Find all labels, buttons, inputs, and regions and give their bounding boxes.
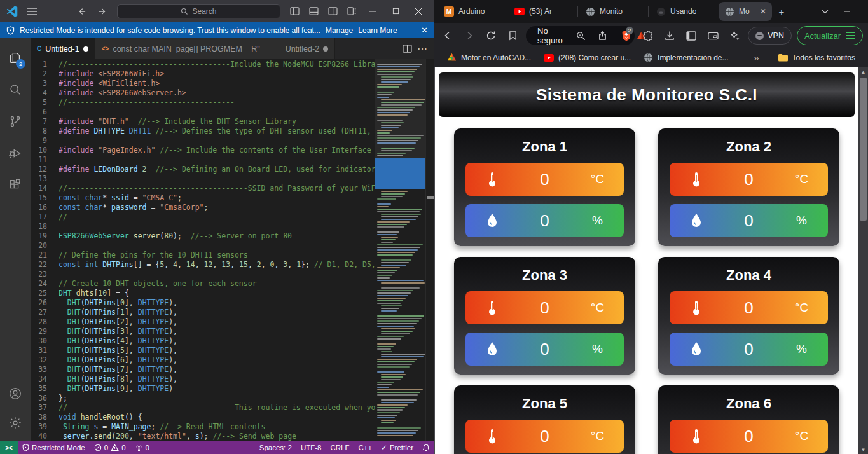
scroll-up-icon[interactable]: ▲ — [858, 67, 868, 76]
update-browser-button[interactable]: Actualizar — [797, 26, 863, 45]
toggle-sidebar-right-icon[interactable] — [325, 4, 340, 19]
extensions-icon[interactable] — [0, 170, 31, 200]
code-line[interactable]: 28 DHT(DHTPins[2], DHTTYPE), — [31, 317, 375, 327]
browser-forward-icon[interactable] — [461, 27, 478, 44]
code-line[interactable]: 31 DHT(DHTPins[5], DHTTYPE), — [31, 346, 375, 355]
tab-untitled-1[interactable]: C Untitled-1 — [31, 38, 95, 59]
code-line[interactable]: 9 — [31, 136, 375, 146]
leo-ai-sparkle-icon[interactable] — [726, 27, 743, 44]
bookmarks-overflow-chevron[interactable]: » — [754, 52, 759, 63]
bookmark-item-1[interactable]: Motor en AutoCAD... — [442, 50, 536, 65]
tab-close-icon[interactable]: ✕ — [760, 7, 766, 16]
remote-indicator[interactable]: >< — [0, 441, 18, 454]
share-icon[interactable] — [595, 27, 611, 44]
source-control-icon[interactable] — [0, 107, 31, 136]
minimap[interactable] — [375, 59, 425, 441]
new-tab-button[interactable]: + — [773, 3, 790, 20]
reload-icon[interactable] — [483, 27, 499, 44]
code-line[interactable]: 11 — [31, 155, 375, 165]
code-line[interactable]: 4#include <ESP8266WebServer.h> — [31, 88, 375, 98]
sidebar-panel-icon[interactable] — [683, 27, 699, 44]
code-line[interactable]: 22const int DHTPins[] = {5, 4, 14, 12, 1… — [31, 260, 375, 270]
unsaved-dot-icon[interactable] — [83, 46, 88, 52]
unsaved-dot-icon[interactable] — [323, 46, 328, 52]
zoom-out-icon[interactable] — [573, 27, 589, 44]
code-line[interactable]: 2#include <ESP8266WiFi.h> — [31, 69, 375, 79]
code-line[interactable]: 13 — [31, 174, 375, 184]
notifications-bell-icon[interactable] — [418, 441, 434, 454]
browser-tab-3[interactable]: Monito — [579, 2, 647, 21]
banner-learn-more-link[interactable]: Learn More — [358, 26, 397, 35]
code-line[interactable]: 35 DHT(DHTPins[9], DHTTYPE) — [31, 384, 375, 394]
address-bar[interactable]: No seguro 2 — [526, 26, 635, 45]
code-line[interactable]: 36}; — [31, 394, 375, 403]
status-formatter[interactable]: ✓Prettier — [376, 441, 418, 454]
browser-tab-4[interactable]: Usando — [650, 2, 717, 21]
vscode-maximize-button[interactable] — [386, 3, 405, 20]
code-line[interactable]: 14//------------------------------------… — [31, 184, 375, 193]
code-line[interactable]: 15const char* ssid = "CMSA-C"; — [31, 193, 375, 203]
browser-menu-icon[interactable] — [846, 32, 855, 39]
status-indentation[interactable]: Spaces: 2 — [255, 441, 296, 454]
scrollbar-thumb[interactable] — [860, 78, 867, 221]
editor-more-actions-icon[interactable]: ⋯ — [417, 43, 428, 55]
wallet-icon[interactable] — [705, 27, 721, 44]
browser-tab-1[interactable]: MArduino — [438, 2, 506, 21]
code-line[interactable]: 30 DHT(DHTPins[4], DHTTYPE), — [31, 336, 375, 346]
banner-manage-link[interactable]: Manage — [326, 26, 353, 35]
code-line[interactable]: 10#include "PageIndex.h" //--> Include t… — [31, 146, 375, 155]
code-line[interactable]: 16const char* password = "CmsaCorp"; — [31, 203, 375, 212]
code-line[interactable]: 3#include <WiFiClient.h> — [31, 79, 375, 88]
browser-maximize-button[interactable] — [860, 1, 868, 22]
vpn-button[interactable]: VPN — [748, 27, 792, 45]
toggle-panel-bottom-icon[interactable] — [306, 4, 321, 19]
code-line[interactable]: 25DHT dhts[10] = { — [31, 289, 375, 298]
brave-shields-icon[interactable]: 2 — [621, 29, 631, 42]
page-scrollbar[interactable]: ▲ ▼ — [858, 67, 868, 454]
browser-tab-2[interactable]: (53) Ar — [509, 2, 576, 21]
scroll-down-icon[interactable]: ▼ — [858, 445, 868, 454]
status-language[interactable]: C++ — [354, 441, 377, 454]
code-line[interactable]: 24// Create 10 DHT objects, one for each… — [31, 279, 375, 289]
code-line[interactable]: 37//------------------------------------… — [31, 403, 375, 413]
code-line[interactable]: 39 String s = MAIN_page; //--> Read HTML… — [31, 422, 375, 432]
code-line[interactable]: 26 DHT(DHTPins[0], DHTTYPE), — [31, 298, 375, 308]
code-line[interactable]: 8#define DHTTYPE DHT11 //--> Defines the… — [31, 127, 375, 136]
code-editor[interactable]: 1//-------------------------------------… — [31, 59, 375, 441]
code-line[interactable]: 32 DHT(DHTPins[6], DHTTYPE), — [31, 355, 375, 365]
code-line[interactable]: 34 DHT(DHTPins[8], DHTTYPE), — [31, 375, 375, 384]
nav-back-icon[interactable] — [74, 4, 89, 19]
code-line[interactable]: 1//-------------------------------------… — [31, 60, 375, 69]
tab-search-chevron-icon[interactable] — [816, 3, 833, 20]
toggle-sidebar-left-icon[interactable] — [287, 4, 302, 19]
browser-back-icon[interactable] — [439, 27, 456, 44]
code-line[interactable]: 19ESP8266WebServer server(80); //--> Ser… — [31, 231, 375, 241]
run-debug-icon[interactable] — [0, 139, 31, 168]
status-restricted-mode[interactable]: Restricted Mode — [18, 441, 90, 454]
code-line[interactable]: 7#include "DHT.h" //--> Include the DHT … — [31, 117, 375, 127]
code-line[interactable]: 29 DHT(DHTPins[3], DHTTYPE), — [31, 327, 375, 336]
vscode-close-button[interactable] — [409, 3, 428, 20]
all-bookmarks-folder[interactable]: Todos los favoritos — [773, 50, 860, 65]
bookmark-icon[interactable] — [504, 27, 521, 44]
search-icon[interactable] — [0, 75, 31, 104]
bookmark-item-2[interactable]: (208) Cómo crear u... — [539, 50, 636, 65]
nav-forward-icon[interactable] — [95, 4, 111, 19]
command-search-box[interactable]: Search — [117, 4, 280, 18]
code-line[interactable]: 12#define LEDonBoard 2 //--> Defining an… — [31, 165, 375, 174]
downloads-icon[interactable] — [661, 27, 678, 44]
split-editor-icon[interactable] — [403, 45, 412, 53]
code-line[interactable]: 23 — [31, 270, 375, 279]
status-encoding[interactable]: UTF-8 — [296, 441, 326, 454]
code-line[interactable]: 18 — [31, 222, 375, 231]
browser-minimize-button[interactable] — [834, 1, 860, 22]
status-ports[interactable]: 0 — [130, 441, 154, 454]
editor-scrollbar[interactable] — [425, 59, 434, 441]
code-line[interactable]: 20 — [31, 241, 375, 251]
code-line[interactable]: 21// Define the pins for the 10 DHT11 se… — [31, 251, 375, 260]
bookmark-item-3[interactable]: Implementación de... — [638, 50, 733, 65]
browser-tab-5[interactable]: Mo✕ — [719, 2, 772, 21]
code-line[interactable]: 38void handleRoot() { — [31, 413, 375, 422]
code-line[interactable]: 27 DHT(DHTPins[1], DHTTYPE), — [31, 308, 375, 317]
vscode-minimize-button[interactable] — [363, 3, 382, 20]
